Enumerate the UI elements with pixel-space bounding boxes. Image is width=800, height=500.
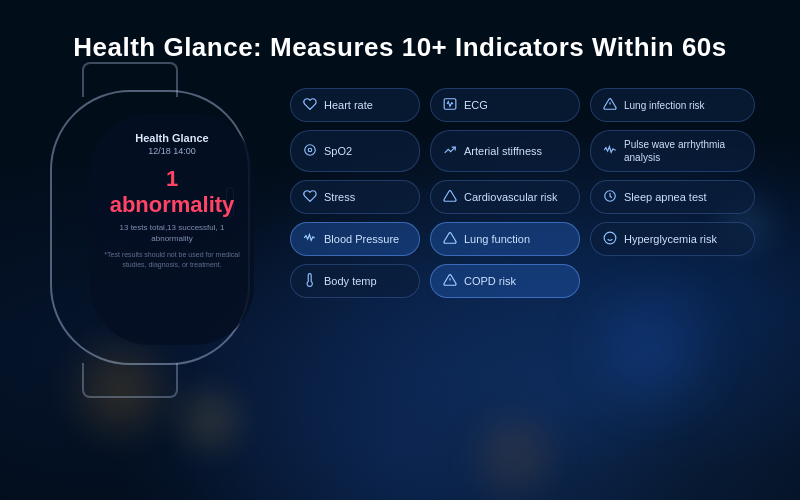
blood-pressure-icon	[303, 231, 317, 248]
stress-label: Stress	[324, 190, 355, 204]
indicator-lung-infection[interactable]: Lung infection risk	[590, 88, 755, 122]
copd-risk-label: COPD risk	[464, 274, 516, 288]
pulse-wave-label: Pulse wave arrhythmia analysis	[624, 138, 742, 164]
hyperglycemia-label: Hyperglycemia risk	[624, 232, 717, 246]
indicator-stress[interactable]: Stress	[290, 180, 420, 214]
indicator-cardiovascular[interactable]: Cardiovascular risk	[430, 180, 580, 214]
indicators-grid: Heart rate ECG Lung infection risk	[290, 88, 780, 298]
indicators-area: Heart rate ECG Lung infection risk	[290, 88, 780, 298]
watch-container: Health Glance 12/18 14:00 1 abnormality …	[30, 90, 270, 370]
lung-infection-icon	[603, 97, 617, 114]
lung-infection-label: Lung infection risk	[624, 99, 705, 112]
cardiovascular-label: Cardiovascular risk	[464, 190, 558, 204]
cardiovascular-icon	[443, 189, 457, 206]
indicator-lung-function[interactable]: Lung function	[430, 222, 580, 256]
heart-rate-label: Heart rate	[324, 98, 373, 112]
stress-icon	[303, 189, 317, 206]
page-title: Health Glance: Measures 10+ Indicators W…	[0, 32, 800, 63]
spo2-icon	[303, 143, 317, 160]
bokeh-3	[600, 300, 700, 400]
indicator-sleep-apnea[interactable]: Sleep apnea test	[590, 180, 755, 214]
indicator-hyperglycemia[interactable]: Hyperglycemia risk	[590, 222, 755, 256]
indicator-arterial-stiffness[interactable]: Arterial stiffness	[430, 130, 580, 172]
watch-date: 12/18 14:00	[148, 146, 196, 156]
pulse-wave-icon	[603, 143, 617, 160]
arterial-stiffness-label: Arterial stiffness	[464, 144, 542, 158]
indicator-heart-rate[interactable]: Heart rate	[290, 88, 420, 122]
watch-disclaimer: *Test results should not be used for med…	[102, 250, 242, 270]
hyperglycemia-icon	[603, 231, 617, 248]
ecg-icon	[443, 97, 457, 114]
watch-screen: Health Glance 12/18 14:00 1 abnormality …	[90, 114, 254, 345]
svg-rect-0	[444, 98, 456, 109]
indicator-ecg[interactable]: ECG	[430, 88, 580, 122]
bokeh-4	[480, 420, 550, 490]
indicator-pulse-wave[interactable]: Pulse wave arrhythmia analysis	[590, 130, 755, 172]
watch-abnormality-count: 1 abnormality	[102, 166, 242, 218]
bokeh-2	[180, 390, 240, 450]
watch-strap-bottom	[82, 363, 178, 398]
spo2-label: SpO2	[324, 144, 352, 158]
sleep-apnea-icon	[603, 189, 617, 206]
indicator-blood-pressure[interactable]: Blood Pressure	[290, 222, 420, 256]
watch-test-summary: 13 tests total,13 successful, 1 abnormal…	[102, 222, 242, 244]
lung-function-icon	[443, 231, 457, 248]
body-temp-label: Body temp	[324, 274, 377, 288]
blood-pressure-label: Blood Pressure	[324, 232, 399, 246]
heart-rate-icon	[303, 97, 317, 114]
svg-point-4	[308, 148, 312, 152]
watch-app-name: Health Glance	[135, 132, 208, 144]
arterial-stiffness-icon	[443, 143, 457, 160]
watch-body: Health Glance 12/18 14:00 1 abnormality …	[50, 90, 250, 365]
sleep-apnea-label: Sleep apnea test	[624, 190, 707, 204]
indicator-body-temp[interactable]: Body temp	[290, 264, 420, 298]
indicator-spo2[interactable]: SpO2	[290, 130, 420, 172]
svg-point-3	[305, 144, 316, 155]
indicator-copd-risk[interactable]: COPD risk	[430, 264, 580, 298]
lung-function-label: Lung function	[464, 232, 530, 246]
body-temp-icon	[303, 273, 317, 290]
copd-risk-icon	[443, 273, 457, 290]
ecg-label: ECG	[464, 98, 488, 112]
